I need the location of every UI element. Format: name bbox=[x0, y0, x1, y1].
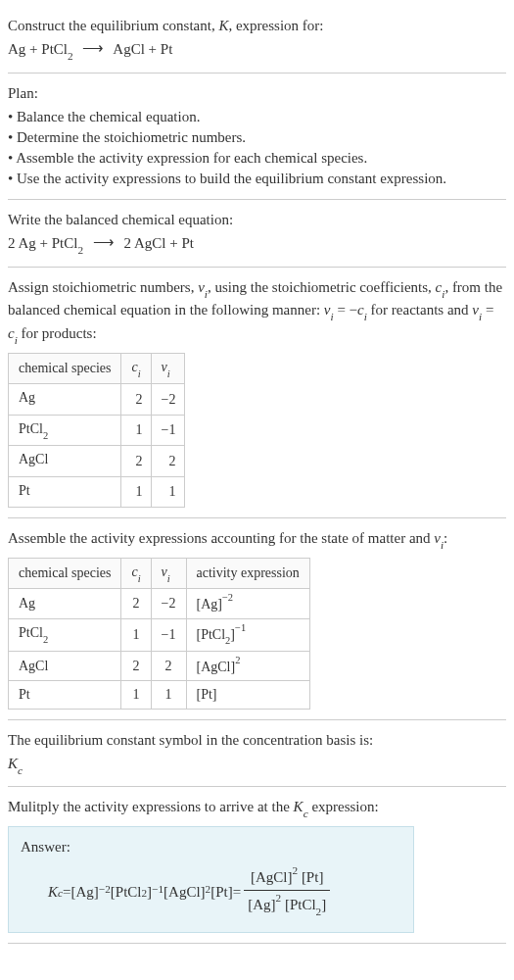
symbol-text: The equilibrium constant symbol in the c… bbox=[8, 730, 506, 751]
cell-species: Ag bbox=[9, 589, 121, 618]
answer-box: Answer: Kc = [Ag]−2 [PtCl2]−1 [AgCl]2 [P… bbox=[8, 826, 414, 933]
text: [PtCl bbox=[197, 626, 226, 641]
symbol-section: The equilibrium constant symbol in the c… bbox=[8, 720, 506, 788]
subscript: 2 bbox=[68, 50, 73, 62]
table-row: Pt 1 1 [Pt] bbox=[9, 681, 310, 710]
cell-nu: 1 bbox=[151, 476, 184, 507]
stoich-section: Assign stoichiometric numbers, νi, using… bbox=[8, 268, 506, 519]
cell-species: Pt bbox=[9, 476, 121, 507]
table-row: PtCl2 1 −1 bbox=[9, 415, 185, 445]
subscript: i bbox=[479, 311, 482, 322]
text: , using the stoichiometric coefficients, bbox=[208, 279, 436, 295]
text: AgCl bbox=[19, 452, 48, 466]
col-species: chemical species bbox=[9, 353, 121, 383]
plan-item: • Determine the stoichiometric numbers. bbox=[8, 127, 506, 148]
term: [PtCl bbox=[285, 897, 316, 912]
plan-section: Plan: • Balance the chemical equation. •… bbox=[8, 74, 506, 200]
exponent: 2 bbox=[293, 864, 299, 876]
subscript: c bbox=[58, 886, 63, 902]
species: Pt bbox=[181, 235, 194, 251]
cell-nu: −1 bbox=[151, 618, 186, 651]
var: c bbox=[131, 360, 137, 374]
balanced-section: Write the balanced chemical equation: 2 … bbox=[8, 200, 506, 268]
stoich-text: Assign stoichiometric numbers, νi, using… bbox=[8, 277, 506, 347]
cell-activity: [Pt] bbox=[186, 681, 309, 710]
text: Mulitply the activity expressions to arr… bbox=[8, 799, 294, 814]
col-nui: νi bbox=[151, 558, 186, 588]
subscript: i bbox=[442, 288, 444, 300]
term: [PtCl bbox=[111, 882, 142, 903]
species: Ag bbox=[18, 235, 35, 251]
exponent: −2 bbox=[99, 882, 111, 898]
species: AgCl bbox=[113, 41, 145, 57]
cell-species: PtCl2 bbox=[9, 415, 121, 445]
text: AgCl bbox=[19, 659, 48, 673]
exponent: 2 bbox=[206, 882, 211, 898]
coeff: 2 bbox=[8, 235, 16, 251]
var: c bbox=[131, 564, 137, 579]
subscript: i bbox=[167, 573, 170, 584]
table-row: Ag 2 −2 [Ag]−2 bbox=[9, 589, 310, 618]
var-nu: ν bbox=[472, 302, 479, 318]
kc-expression: Kc = [Ag]−2 [PtCl2]−1 [AgCl]2 [Pt] = [Ag… bbox=[21, 865, 401, 918]
exponent: −2 bbox=[222, 592, 233, 603]
subscript: c bbox=[304, 808, 308, 819]
exponent: 2 bbox=[235, 655, 240, 665]
var-c: c bbox=[357, 302, 364, 318]
term: [AgCl] bbox=[251, 869, 293, 885]
exponent: −1 bbox=[235, 622, 246, 633]
subscript: i bbox=[167, 368, 170, 379]
plan-list: • Balance the chemical equation. • Deter… bbox=[8, 107, 506, 189]
plan-header: Plan: bbox=[8, 83, 506, 104]
col-species: chemical species bbox=[9, 558, 121, 588]
subscript: 2 bbox=[141, 886, 147, 902]
balanced-equation: 2 Ag + PtCl2 ⟶ 2 AgCl + Pt bbox=[8, 233, 506, 257]
text: , expression for: bbox=[228, 18, 323, 33]
intro-equation: Ag + PtCl2 ⟶ AgCl + Pt bbox=[8, 39, 506, 63]
cell-nu: 2 bbox=[151, 446, 184, 476]
cell-species: Ag bbox=[9, 384, 121, 415]
plus: + bbox=[166, 235, 182, 251]
subscript: i bbox=[205, 288, 208, 300]
intro-line1: Construct the equilibrium constant, K, e… bbox=[8, 16, 506, 36]
numerator: [AgCl]2 [Pt] bbox=[244, 865, 330, 891]
table-row: PtCl2 1 −1 [PtCl2]−1 bbox=[9, 618, 310, 651]
text: Ag bbox=[19, 390, 35, 405]
text: PtCl bbox=[19, 421, 43, 436]
subscript: i bbox=[15, 334, 18, 346]
table-row: Ag 2 −2 bbox=[9, 384, 185, 415]
text: PtCl bbox=[19, 625, 43, 640]
text: [Pt] bbox=[197, 687, 217, 702]
text: Assemble the activity expressions accoun… bbox=[8, 530, 434, 546]
subscript: 2 bbox=[316, 906, 322, 917]
species: Pt bbox=[161, 41, 173, 57]
answer-label: Answer: bbox=[21, 837, 401, 858]
cell-species: Pt bbox=[9, 681, 121, 710]
col-activity: activity expression bbox=[186, 558, 309, 588]
subscript: i bbox=[138, 368, 141, 379]
denominator: [Ag]2 [PtCl2] bbox=[244, 891, 330, 918]
cell-c: 1 bbox=[121, 681, 151, 710]
exponent: −1 bbox=[152, 882, 164, 898]
intro-section: Construct the equilibrium constant, K, e… bbox=[8, 6, 506, 74]
subscript: i bbox=[364, 311, 367, 322]
cell-species: PtCl2 bbox=[9, 618, 121, 651]
subscript: i bbox=[138, 573, 141, 584]
arrow-icon: ⟶ bbox=[93, 232, 115, 253]
table-header-row: chemical species ci νi activity expressi… bbox=[9, 558, 310, 588]
stoich-table: chemical species ci νi Ag 2 −2 PtCl2 1 −… bbox=[8, 353, 185, 508]
term: [Pt] bbox=[210, 882, 233, 903]
cell-nu: 2 bbox=[151, 651, 186, 680]
cell-nu: −2 bbox=[151, 384, 184, 415]
cell-c: 2 bbox=[121, 651, 151, 680]
table-row: AgCl 2 2 [AgCl]2 bbox=[9, 651, 310, 680]
var-nu: ν bbox=[198, 279, 205, 295]
var-nu: ν bbox=[434, 530, 441, 546]
activity-section: Assemble the activity expressions accoun… bbox=[8, 518, 506, 719]
text: [AgCl] bbox=[197, 659, 236, 673]
exponent: 2 bbox=[276, 892, 282, 904]
cell-c: 2 bbox=[121, 589, 151, 618]
term: [Ag] bbox=[70, 882, 98, 903]
text: = − bbox=[334, 302, 357, 318]
activity-table: chemical species ci νi activity expressi… bbox=[8, 558, 310, 710]
